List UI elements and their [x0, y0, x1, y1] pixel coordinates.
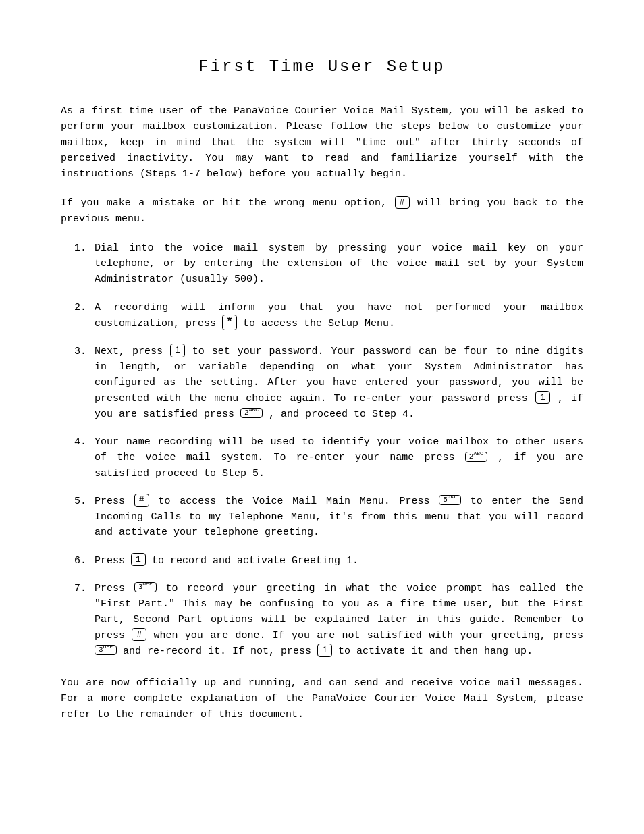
key-3def-step7a: 3DEF [134, 582, 157, 592]
step-7-text-mid3: and re-record it. If not, press [117, 646, 317, 657]
star-key-step2: * [222, 315, 237, 330]
key-5jkl-step5: 5JKL [439, 495, 461, 505]
hash-key-intro: # [395, 196, 410, 209]
step-1-text: Dial into the voice mail system by press… [95, 242, 583, 286]
step-2-text-post: to access the Setup Menu. [237, 318, 395, 330]
step-2: A recording will inform you that you hav… [74, 300, 583, 332]
step-7-text-post: to activate it and then hang up. [332, 646, 533, 657]
intro-paragraph-1: As a first time user of the PanaVoice Co… [61, 103, 583, 182]
step-5-text-pre: Press [95, 496, 134, 507]
hash-key-step7: # [132, 628, 146, 642]
step-4: Your name recording will be used to iden… [74, 434, 583, 481]
step-7: Press 3DEF to record your greeting in wh… [74, 581, 583, 659]
key-2abc-step4: 2ABC [465, 452, 487, 462]
step-1: Dial into the voice mail system by press… [74, 240, 583, 288]
key-1-step7: 1 [317, 644, 332, 657]
step-5-text-mid: to access the Voice Mail Main Menu. Pres… [149, 496, 439, 507]
step-7-text-mid2: when you are done. If you are not satisf… [146, 630, 583, 642]
key-1-step3b: 1 [535, 391, 550, 405]
intro-paragraph-2: If you make a mistake or hit the wrong m… [61, 195, 583, 227]
step-6: Press 1 to record and activate Greeting … [74, 553, 583, 569]
hash-key-step5a: # [134, 494, 149, 507]
key-1-step3a: 1 [170, 344, 185, 357]
key-3def-step7b: 3DEF [95, 645, 117, 655]
step-3-text-pre: Next, press [95, 346, 170, 357]
page-title: First Time User Setup [61, 54, 583, 79]
step-5: Press # to access the Voice Mail Main Me… [74, 494, 583, 541]
intro-2-text: If you make a mistake or hit the wrong m… [61, 197, 387, 209]
step-7-text-pre: Press [95, 583, 134, 594]
key-2abc-step3: 2ABC [240, 408, 263, 418]
step-6-text-pre: Press [95, 555, 131, 567]
key-1-step6: 1 [131, 553, 146, 567]
step-6-text-post: to record and activate Greeting 1. [146, 555, 358, 567]
step-3-text-post: , and proceed to Step 4. [263, 409, 414, 420]
closing-paragraph: You are now officially up and running, a… [61, 675, 583, 723]
steps-list: Dial into the voice mail system by press… [74, 240, 583, 659]
step-3: Next, press 1 to set your password. Your… [74, 344, 583, 422]
